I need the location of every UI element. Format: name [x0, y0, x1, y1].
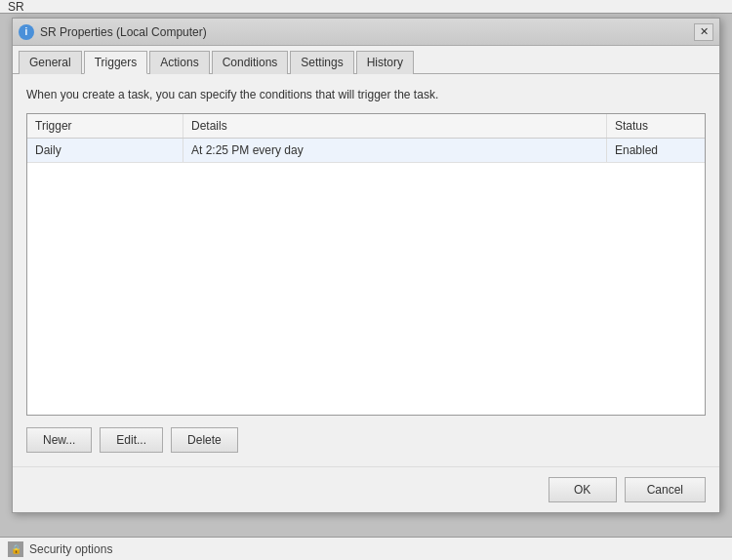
column-details: Details: [183, 114, 607, 138]
taskbar-text: SR: [8, 0, 24, 14]
dialog-footer: OK Cancel: [13, 466, 719, 512]
cancel-button[interactable]: Cancel: [625, 477, 706, 502]
delete-button[interactable]: Delete: [171, 427, 238, 453]
tab-history[interactable]: History: [356, 51, 414, 74]
table-row[interactable]: Daily At 2:25 PM every day Enabled: [27, 139, 705, 163]
tab-actions[interactable]: Actions: [149, 51, 209, 74]
ok-button[interactable]: OK: [549, 477, 617, 502]
dialog-icon: i: [19, 24, 34, 40]
bottom-bar: 🔒 Security options: [0, 537, 732, 560]
taskbar-row: SR: [0, 0, 732, 14]
triggers-table: Trigger Details Status Daily At 2:25 PM …: [26, 113, 706, 416]
tab-settings[interactable]: Settings: [290, 51, 353, 74]
column-status: Status: [607, 114, 705, 138]
dialog-window: i SR Properties (Local Computer) ✕ Gener…: [12, 18, 720, 513]
bottom-bar-text: Security options: [29, 542, 112, 556]
security-icon: 🔒: [8, 541, 23, 557]
close-button[interactable]: ✕: [694, 23, 713, 41]
column-trigger: Trigger: [27, 114, 183, 138]
content-area: When you create a task, you can specify …: [13, 74, 719, 466]
edit-button[interactable]: Edit...: [100, 427, 163, 453]
tabs-bar: General Triggers Actions Conditions Sett…: [13, 46, 719, 74]
tab-general[interactable]: General: [19, 51, 82, 74]
tab-triggers[interactable]: Triggers: [84, 51, 148, 74]
action-buttons: New... Edit... Delete: [26, 427, 706, 453]
table-header: Trigger Details Status: [27, 114, 705, 139]
title-bar-left: i SR Properties (Local Computer): [19, 24, 207, 40]
dialog-title: SR Properties (Local Computer): [40, 25, 207, 39]
cell-details: At 2:25 PM every day: [183, 139, 607, 162]
cell-trigger: Daily: [27, 139, 183, 162]
title-bar: i SR Properties (Local Computer) ✕: [13, 19, 719, 46]
new-button[interactable]: New...: [26, 427, 92, 453]
cell-status: Enabled: [607, 139, 705, 162]
description-text: When you create a task, you can specify …: [26, 88, 706, 101]
tab-conditions[interactable]: Conditions: [212, 51, 289, 74]
